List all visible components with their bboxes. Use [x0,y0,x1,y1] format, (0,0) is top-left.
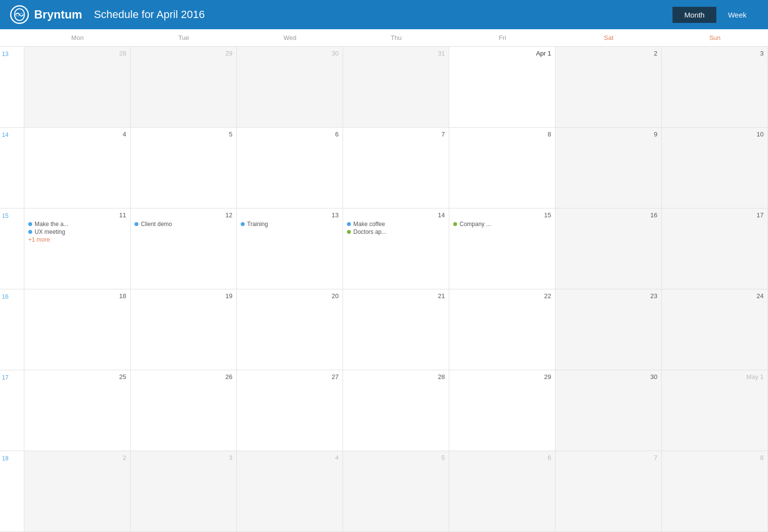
day-cell[interactable]: 13Training [237,209,343,289]
day-cell[interactable]: 20 [237,289,343,370]
day-cell[interactable]: 3 [662,47,768,128]
day-number: 13 [241,211,339,219]
day-cell[interactable]: 19 [131,289,237,370]
day-cell[interactable]: 26 [131,370,237,451]
day-cell[interactable]: 10 [662,128,768,209]
day-cell[interactable]: 25 [24,370,131,451]
day-number: 18 [28,292,126,300]
day-number: 14 [347,211,445,219]
day-cell[interactable]: 14Make coffeeDoctors ap... [343,209,449,289]
day-number: 29 [453,373,551,380]
day-number: 10 [666,131,764,138]
event-item[interactable]: Client demo [134,221,232,228]
day-cell[interactable]: 5 [343,451,449,532]
day-cell[interactable]: 18 [24,289,131,370]
day-number: 26 [134,373,232,380]
day-cell[interactable]: 29 [449,370,556,451]
day-number: 3 [134,454,232,461]
day-number: 24 [666,292,764,300]
day-cell[interactable]: 30 [237,47,343,128]
day-header-wed: Wed [237,29,343,46]
more-events-link[interactable]: +1 more [28,236,126,243]
day-number: 9 [559,131,657,138]
day-number: 4 [28,131,126,138]
event-dot [347,230,351,234]
day-header-fri: Fri [449,29,556,46]
event-dot [28,230,32,234]
day-cell[interactable]: 8 [449,128,556,209]
day-number: 7 [559,454,657,461]
day-number: 15 [453,211,551,219]
day-cell[interactable]: 17 [662,209,768,289]
event-label: Company ... [460,221,491,228]
day-cell[interactable]: 12Client demo [131,209,237,289]
day-cell[interactable]: 31 [343,47,449,128]
day-cell[interactable]: 27 [237,370,343,451]
header-left: Bryntum Schedule for April 2016 [10,5,205,24]
day-number: 16 [559,211,657,219]
week-number-15: 15 [0,209,24,289]
week-number-13: 13 [0,47,24,128]
day-number: 2 [559,50,657,57]
event-dot [134,222,138,226]
day-cell[interactable]: 5 [131,128,237,209]
event-item[interactable]: Doctors ap... [347,228,445,235]
day-cell[interactable]: 21 [343,289,449,370]
day-number: 7 [347,131,445,138]
day-cell[interactable]: 11Make the a...UX meeting+1 more [24,209,131,289]
day-number: 3 [666,50,764,57]
event-label: Doctors ap... [353,228,386,235]
event-item[interactable]: Training [241,221,339,228]
day-number: 8 [666,454,764,461]
event-item[interactable]: Company ... [453,221,551,228]
day-header-thu: Thu [343,29,449,46]
day-cell[interactable]: 2 [556,47,662,128]
day-cell[interactable]: 3 [131,451,237,532]
day-number: 23 [559,292,657,300]
logo-text: Bryntum [34,8,82,21]
day-number: 11 [28,211,126,219]
bryntum-logo-icon [10,5,29,24]
day-number: 2 [28,454,126,461]
day-cell[interactable]: 9 [556,128,662,209]
day-cell[interactable]: 16 [556,209,662,289]
month-view-button[interactable]: Month [672,7,716,23]
day-cell[interactable]: 6 [237,128,343,209]
day-number: 5 [134,131,232,138]
event-label: Training [247,221,268,228]
day-cell[interactable]: 7 [343,128,449,209]
day-cell[interactable]: 28 [24,47,131,128]
day-cell[interactable]: 8 [662,451,768,532]
day-cell[interactable]: 29 [131,47,237,128]
day-number: May 1 [666,373,764,380]
week-col-header [0,29,24,46]
day-cell[interactable]: 30 [556,370,662,451]
day-cell[interactable]: 15Company ... [449,209,556,289]
header: Bryntum Schedule for April 2016 Month We… [0,0,768,29]
day-number: 27 [241,373,339,380]
day-cell[interactable]: 23 [556,289,662,370]
day-cell[interactable]: 7 [556,451,662,532]
day-header-tue: Tue [131,29,237,46]
day-number: 28 [28,50,126,57]
day-cell[interactable]: 22 [449,289,556,370]
day-number: 29 [134,50,232,57]
week-number-18: 18 [0,451,24,532]
day-cell[interactable]: 28 [343,370,449,451]
event-item[interactable]: UX meeting [28,228,126,235]
event-item[interactable]: Make the a... [28,221,126,228]
day-cell[interactable]: 6 [449,451,556,532]
day-cell[interactable]: 4 [24,128,131,209]
calendar-container: Mon Tue Wed Thu Fri Sat Sun 1328293031Ap… [0,29,768,532]
event-item[interactable]: Make coffee [347,221,445,228]
week-view-button[interactable]: Week [716,7,758,23]
day-cell[interactable]: Apr 1 [449,47,556,128]
logo: Bryntum [10,5,82,24]
day-cell[interactable]: 2 [24,451,131,532]
day-cell[interactable]: May 1 [662,370,768,451]
day-number: 6 [241,131,339,138]
day-cell[interactable]: 4 [237,451,343,532]
day-header-sat: Sat [556,29,662,46]
calendar-grid: 1328293031Apr 12314456789101511Make the … [0,47,768,532]
day-cell[interactable]: 24 [662,289,768,370]
